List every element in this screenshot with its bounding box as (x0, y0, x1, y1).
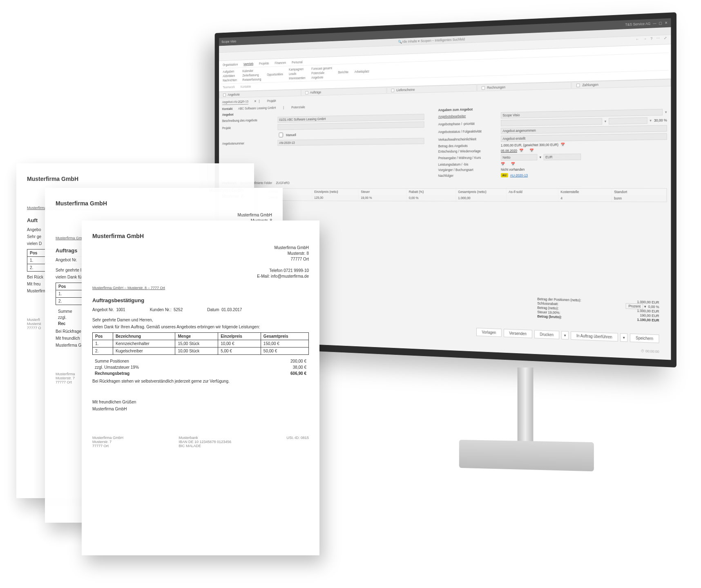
calendar-icon[interactable]: 📅 (519, 149, 523, 153)
rb-kontakte[interactable]: Kontakte (241, 85, 251, 89)
nav-organisation[interactable]: Organisation (223, 62, 238, 67)
col-steuer[interactable]: Steuer (359, 189, 407, 195)
ueberfuehren-button[interactable]: In Auftrag überführen (571, 331, 618, 341)
angaben-section: Angaben zum Angebot (438, 107, 499, 112)
doc-meta: Angebot Nr. 1001 Kunden Nr.: 5252 Datum … (92, 307, 309, 312)
rb-kampagnen[interactable]: Kampagnen (289, 67, 306, 71)
doc-title: Auftragsbestätigung (92, 297, 309, 303)
rb-opportunities[interactable]: Opportunities (267, 72, 283, 76)
doc-company: Musterfirma GmbH (56, 200, 272, 207)
close-icon[interactable]: ✕ (665, 21, 668, 25)
rb-nachrichten[interactable]: Nachrichten (223, 78, 237, 82)
doc-closing1: Bei Rückfragen stehen wir selbstverständ… (92, 379, 309, 383)
rb-zeiterfassung[interactable]: Zeiterfassung (243, 73, 261, 77)
sum-net: 1.000,00 EUR (637, 309, 659, 314)
rb-forecast[interactable]: Forecast gesamt (311, 66, 332, 71)
sum-rab: 0,00 % (648, 305, 659, 309)
nav-vertrieb[interactable]: Vertrieb (243, 62, 253, 66)
kontakt-value[interactable]: ABC Software Leasing GmbH (238, 106, 276, 110)
doc-signature: Musterfirma GmbH (92, 407, 309, 411)
fullscreen-icon[interactable]: ⤢ (664, 36, 667, 43)
cur-field[interactable]: EUR (544, 154, 581, 160)
calendar-icon[interactable]: 📅 (561, 143, 565, 147)
potenziale-link[interactable]: Potenziale (291, 105, 305, 109)
angebotsnr-field[interactable]: AN-2020-13 (278, 138, 424, 146)
rb-teamwork[interactable]: Teamwork (223, 85, 235, 89)
calendar-icon[interactable]: 📅 (501, 162, 505, 166)
search-placeholder: Scopen – Intelligentes Suchfeld (421, 37, 465, 43)
entsch-label: Entscheidung / Wiedervorlage (438, 149, 499, 154)
col-gesamt[interactable]: Gesamtpreis (netto) (456, 189, 507, 195)
priority-field[interactable] (609, 117, 647, 124)
preis-field[interactable]: Netto (501, 154, 537, 160)
phase-pct: 30,00 % (654, 118, 667, 122)
doc-sender: Musterfirma GmbH – Musterstr. 8 – 7777 O… (92, 286, 309, 290)
speichern-button[interactable]: Speichern (630, 334, 659, 343)
positions-grid: Menge Einheit Einzelpreis (netto) Steuer… (222, 188, 667, 202)
col-standort[interactable]: Standort (612, 189, 666, 195)
tenant[interactable]: T&S Service AG (625, 22, 651, 27)
rb-aufgaben[interactable]: Aufgaben (223, 69, 237, 74)
col-einzelpreis[interactable]: Einzelpreis (netto) (312, 189, 359, 195)
linetab-zugferd[interactable]: ZUGFeRD (276, 181, 290, 185)
phase-field[interactable] (501, 118, 602, 126)
col-kostenstelle[interactable]: Kostenstelle (558, 189, 612, 195)
col-asifsold[interactable]: As-if-sold (507, 189, 558, 195)
grid-row[interactable]: 8,00Stunde125,00 19,00 %0,00 %1.000,00 4… (223, 194, 667, 201)
calendar-icon[interactable]: 📅 (511, 162, 515, 166)
vorlagen-button[interactable]: Vorlagen (476, 328, 501, 337)
rb-interessenten[interactable]: Interessenten (289, 76, 306, 80)
verkauf-field[interactable]: Angebot erstellt (501, 133, 667, 142)
besch-label: Beschreibung des Angebots (222, 118, 276, 123)
nach-link[interactable]: AU-2020-13 (510, 173, 528, 177)
table-row: 1.Kennzeichenhalter15,00 Stück10,00 €150… (93, 340, 309, 347)
drucken-dropdown[interactable]: ▾ (561, 331, 568, 340)
entsch-value[interactable]: 05.08.2020 (501, 149, 517, 153)
timer-icon[interactable]: ⏱ 00:00:00 (641, 349, 659, 354)
doc-company: Musterfirma GmbH (27, 176, 243, 182)
nach-badge: AU (501, 173, 508, 178)
betrag-label: Betrag des Angebots (438, 143, 499, 148)
nav-personal[interactable]: Personal (292, 60, 303, 64)
col-rabatt[interactable]: Rabatt (%) (407, 189, 456, 195)
bearb-label[interactable]: Angebotsbearbeiter (438, 114, 499, 118)
nav-projekte[interactable]: Projekte (259, 61, 269, 65)
preis-label: Preisangabe / Währung / Kurs (438, 156, 499, 160)
bearb-field[interactable]: Scope Visio (501, 109, 663, 118)
nav-finanzen[interactable]: Finanzen (275, 61, 286, 65)
back-icon[interactable]: ← (636, 37, 639, 45)
document-front: Musterfirma GmbH Musterfirma GmbHMusters… (82, 220, 319, 555)
maximize-icon[interactable]: ▢ (659, 21, 663, 25)
rb-reiseerfassung[interactable]: Reiseerfassung (243, 78, 261, 82)
leist-label: Leistungsdatum / -bis (438, 162, 499, 166)
rb-potenziale[interactable]: Potenziale (311, 71, 332, 75)
status-label: Angebotsstatus / Folgeaktivität (438, 129, 499, 134)
verkauf-label: Verkaufswahrscheinlichkeit (438, 137, 499, 141)
rb-aktivitaeten[interactable]: Aktivitäten (223, 74, 237, 78)
help-icon[interactable]: ? (650, 36, 652, 44)
open-tab[interactable]: Angebot AN-2020-13 (222, 100, 248, 105)
versenden-button[interactable]: Versenden (504, 329, 532, 338)
project-breadcrumb: Projekt (267, 99, 276, 104)
projekt-field[interactable] (278, 121, 424, 130)
forward-icon[interactable]: → (643, 37, 647, 44)
rab-mode[interactable]: Prozent (626, 303, 643, 309)
rb-kalender[interactable]: Kalender (243, 69, 261, 73)
rb-berichte[interactable]: Berichte (338, 70, 348, 74)
vorg-value: Nicht vorhanden (501, 167, 525, 172)
doc-greeting: Sehr geehrte Damen und Herren, (92, 318, 309, 322)
drucken-button[interactable]: Drucken (534, 330, 559, 339)
calendar-icon[interactable]: 📅 (529, 149, 534, 153)
besch-field[interactable]: 01/21 ABC Software Leasing GmbH (278, 114, 424, 123)
rb-arbeitsplatz[interactable]: Arbeitsplatz (355, 69, 369, 74)
table-row: 2.Kugelschreiber10,00 Stück5,00 €50,00 € (93, 347, 309, 355)
rb-angebote[interactable]: Angebote (311, 75, 332, 80)
minimize-icon[interactable]: — (653, 21, 656, 25)
rb-leads[interactable]: Leads (289, 71, 306, 76)
doc-closing2: Mit freundlichen Grüßen (92, 400, 309, 404)
menu-icon[interactable]: ⋯ (656, 36, 660, 44)
ueber-dropdown[interactable]: ▾ (620, 333, 627, 342)
projekt-label: Projekt (222, 125, 276, 130)
manuell-check[interactable] (279, 133, 283, 138)
status-field[interactable]: Angebot angenommen (501, 125, 667, 134)
